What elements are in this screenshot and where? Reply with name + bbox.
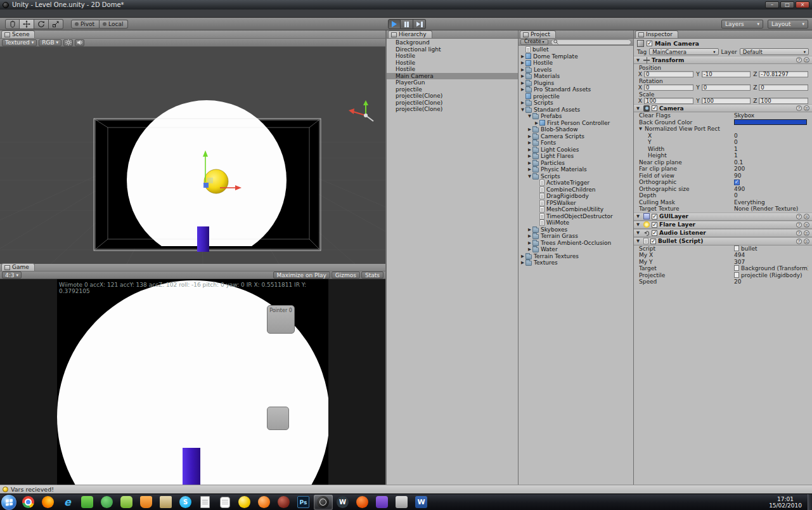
- help-icon[interactable]: [796, 214, 802, 219]
- position-z-field[interactable]: -70.81297: [759, 71, 808, 77]
- rotation-z-field[interactable]: 0: [759, 84, 808, 91]
- taskbar-app-button[interactable]: Ps: [294, 495, 313, 510]
- bullet-script-header[interactable]: Bullet (Script): [634, 237, 812, 245]
- taskbar-app-button[interactable]: [314, 495, 333, 510]
- property-value[interactable]: 20: [734, 278, 808, 285]
- project-item[interactable]: MeshCombineUtility: [519, 206, 633, 213]
- play-button[interactable]: [388, 19, 401, 29]
- help-icon[interactable]: [796, 57, 802, 63]
- context-menu-icon[interactable]: [804, 239, 809, 244]
- foldout-arrow-icon[interactable]: [636, 214, 641, 219]
- foldout-arrow-icon[interactable]: [636, 239, 641, 244]
- transform-component-header[interactable]: Transform: [634, 56, 812, 64]
- foldout-arrow-icon[interactable]: [527, 154, 532, 159]
- property-value[interactable]: 494: [734, 252, 808, 258]
- rotation-x-field[interactable]: 0: [644, 84, 693, 91]
- project-item[interactable]: Water: [519, 246, 633, 253]
- property-value[interactable]: Everything: [734, 199, 808, 206]
- position-x-field[interactable]: 0: [644, 71, 693, 77]
- property-value[interactable]: 0: [734, 139, 808, 145]
- tag-dropdown[interactable]: MainCamera: [649, 48, 718, 55]
- context-menu-icon[interactable]: [804, 57, 809, 63]
- taskbar-app-button[interactable]: [39, 495, 58, 510]
- foldout-arrow-icon[interactable]: [520, 87, 525, 92]
- help-icon[interactable]: [796, 222, 802, 228]
- maximize-on-play-button[interactable]: Maximize on Play: [273, 271, 330, 278]
- property-value[interactable]: bullet: [734, 245, 808, 252]
- taskbar-app-button[interactable]: e: [58, 495, 77, 510]
- project-item[interactable]: Terrain Grass: [519, 233, 633, 240]
- scale-z-field[interactable]: 100: [759, 98, 808, 104]
- pause-button[interactable]: [401, 19, 413, 29]
- property-value[interactable]: 200: [734, 166, 808, 172]
- status-message[interactable]: Vars recieved!: [11, 486, 54, 493]
- start-button[interactable]: [1, 495, 16, 510]
- taskbar-app-button[interactable]: [137, 495, 156, 510]
- help-icon[interactable]: [796, 239, 802, 244]
- foldout-arrow-icon[interactable]: [520, 60, 525, 65]
- hand-tool-button[interactable]: [5, 19, 20, 29]
- tab-project[interactable]: Project: [520, 30, 556, 38]
- project-item[interactable]: projectile: [519, 93, 633, 100]
- create-asset-button[interactable]: Create: [520, 39, 548, 45]
- project-item[interactable]: Dome Template: [519, 53, 633, 60]
- taskbar-app-button[interactable]: W: [333, 495, 352, 510]
- maximize-button[interactable]: □: [780, 1, 794, 8]
- hierarchy-item[interactable]: Hostile: [387, 53, 518, 60]
- property-value[interactable]: Background (Transform): [734, 265, 808, 271]
- layers-dropdown[interactable]: Layers: [721, 20, 763, 29]
- project-item[interactable]: Hostile: [519, 60, 633, 67]
- taskbar-app-button[interactable]: [196, 495, 215, 510]
- step-button[interactable]: [413, 19, 426, 29]
- foldout-arrow-icon[interactable]: [527, 134, 532, 139]
- taskbar-app-button[interactable]: [19, 495, 38, 510]
- project-item[interactable]: WiiMote: [519, 219, 633, 226]
- foldout-arrow-icon[interactable]: [534, 121, 539, 126]
- close-button[interactable]: ×: [796, 1, 809, 8]
- project-item[interactable]: DragRigidbody: [519, 193, 633, 200]
- scale-y-field[interactable]: 100: [702, 98, 751, 104]
- hierarchy-item[interactable]: PlayerGun: [387, 79, 518, 86]
- project-item[interactable]: Prefabs: [519, 113, 633, 120]
- taskbar-app-button[interactable]: [98, 495, 117, 510]
- foldout-arrow-icon[interactable]: [520, 74, 525, 79]
- taskbar-app-button[interactable]: [235, 495, 254, 510]
- project-item[interactable]: Scripts: [519, 100, 633, 107]
- hierarchy-item[interactable]: Background: [387, 39, 518, 46]
- tab-game[interactable]: Game: [1, 263, 35, 271]
- scale-tool-button[interactable]: [49, 19, 63, 29]
- project-item[interactable]: Pro Standard Assets: [519, 86, 633, 93]
- project-item[interactable]: Light Flares: [519, 153, 633, 160]
- foldout-arrow-icon[interactable]: [527, 160, 532, 166]
- help-icon[interactable]: [796, 105, 802, 111]
- component-enabled-checkbox[interactable]: [652, 214, 657, 219]
- hierarchy-item[interactable]: Hostile: [387, 66, 518, 73]
- project-search-input[interactable]: [551, 39, 631, 45]
- property-foldout-icon[interactable]: [639, 126, 645, 131]
- rotation-y-field[interactable]: 0: [702, 84, 751, 91]
- project-item[interactable]: bullet: [519, 46, 633, 53]
- camera-component-header[interactable]: Camera: [634, 104, 812, 112]
- foldout-arrow-icon[interactable]: [527, 114, 532, 119]
- hierarchy-item[interactable]: Main Camera: [387, 73, 518, 80]
- hierarchy-item[interactable]: Hostile: [387, 60, 518, 67]
- taskbar-app-button[interactable]: [157, 495, 176, 510]
- hierarchy-item[interactable]: projectile(Clone): [387, 106, 518, 113]
- project-item[interactable]: TimedObjectDestructor: [519, 213, 633, 220]
- project-item[interactable]: Light Cookies: [519, 147, 633, 154]
- foldout-arrow-icon[interactable]: [527, 227, 532, 232]
- project-item[interactable]: Trees Ambient-Occlusion: [519, 240, 633, 247]
- local-toggle-button[interactable]: Local: [100, 20, 128, 29]
- property-value[interactable]: Skybox: [734, 112, 808, 119]
- context-menu-icon[interactable]: [804, 222, 809, 228]
- game-viewport[interactable]: Wiimote 0 accX: 121 accY: 138 accZ: 102 …: [0, 279, 385, 485]
- taskbar-app-button[interactable]: [274, 495, 293, 510]
- project-item[interactable]: CombineChildren: [519, 186, 633, 193]
- property-value[interactable]: 1: [734, 152, 808, 159]
- taskbar-app-button[interactable]: S: [176, 495, 195, 510]
- scene-lighting-toggle[interactable]: [63, 39, 73, 46]
- taskbar-app-button[interactable]: [373, 495, 392, 510]
- foldout-arrow-icon[interactable]: [520, 54, 525, 59]
- camera-enabled-checkbox[interactable]: [652, 105, 657, 111]
- tab-scene[interactable]: Scene: [1, 30, 35, 38]
